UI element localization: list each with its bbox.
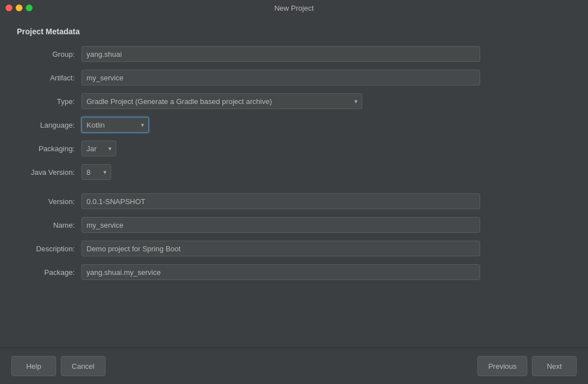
close-button[interactable]: [6, 4, 12, 11]
description-row: Description:: [17, 241, 571, 256]
java-version-select-wrapper: 8 11 17 21: [81, 164, 111, 180]
artifact-label: Artifact:: [17, 74, 81, 82]
version-label: Version:: [17, 197, 81, 206]
packaging-label: Packaging:: [17, 144, 81, 153]
language-select-wrapper: Kotlin Java Groovy: [81, 117, 149, 133]
maximize-button[interactable]: [26, 4, 33, 11]
package-label: Package:: [17, 268, 81, 277]
packaging-select-wrapper: Jar War: [81, 141, 116, 156]
version-input[interactable]: [81, 193, 480, 209]
packaging-select[interactable]: Jar War: [81, 141, 116, 156]
packaging-row: Packaging: Jar War: [17, 141, 571, 156]
language-row: Language: Kotlin Java Groovy: [17, 117, 571, 133]
group-input[interactable]: [81, 46, 480, 62]
java-version-select[interactable]: 8 11 17 21: [81, 164, 111, 180]
minimize-button[interactable]: [16, 4, 22, 11]
name-input[interactable]: [81, 217, 480, 233]
version-row: Version:: [17, 193, 571, 209]
footer: Help Cancel Previous Next: [0, 347, 588, 384]
name-label: Name:: [17, 221, 81, 229]
help-button[interactable]: Help: [11, 356, 56, 376]
artifact-input[interactable]: [81, 70, 480, 85]
traffic-lights: [6, 4, 33, 11]
name-row: Name:: [17, 217, 571, 233]
cancel-button[interactable]: Cancel: [61, 356, 106, 376]
language-label: Language:: [17, 121, 81, 129]
package-input[interactable]: [81, 264, 480, 280]
type-row: Type: Gradle Project (Generate a Gradle …: [17, 93, 571, 109]
type-select-wrapper: Gradle Project (Generate a Gradle based …: [81, 93, 362, 109]
package-row: Package:: [17, 264, 571, 280]
window-title: New Project: [274, 4, 313, 12]
description-label: Description:: [17, 245, 81, 253]
description-input[interactable]: [81, 241, 480, 256]
type-select[interactable]: Gradle Project (Generate a Gradle based …: [81, 93, 362, 109]
language-select[interactable]: Kotlin Java Groovy: [81, 117, 149, 133]
type-label: Type:: [17, 97, 81, 106]
footer-right: Previous Next: [477, 356, 577, 376]
footer-left: Help Cancel: [11, 356, 106, 376]
title-bar: New Project: [0, 0, 588, 16]
java-version-row: Java Version: 8 11 17 21: [17, 164, 571, 180]
previous-button[interactable]: Previous: [477, 356, 527, 376]
section-title: Project Metadata: [17, 27, 571, 36]
next-button[interactable]: Next: [532, 356, 577, 376]
group-row: Group:: [17, 46, 571, 62]
artifact-row: Artifact:: [17, 70, 571, 85]
java-version-label: Java Version:: [17, 168, 81, 177]
group-label: Group:: [17, 50, 81, 58]
dialog-content: Project Metadata Group: Artifact: Type: …: [0, 16, 588, 347]
